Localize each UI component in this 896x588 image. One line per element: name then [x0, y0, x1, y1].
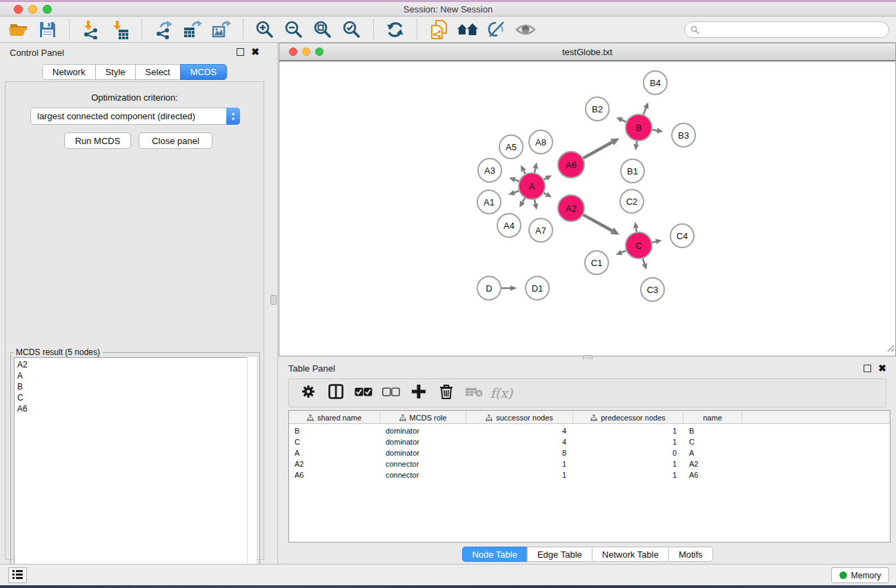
table-row[interactable]: A2connector11A2 [289, 458, 890, 469]
table-settings-button[interactable] [295, 381, 322, 405]
mcds-result-item[interactable]: A [17, 370, 256, 381]
home-panels-button[interactable] [453, 18, 482, 41]
cell-shared-name[interactable]: A6 [295, 469, 303, 480]
zoom-fit-button[interactable] [308, 18, 337, 41]
edge-A-A4[interactable] [523, 198, 525, 202]
cell-MCDS-role[interactable]: dominator [386, 447, 419, 458]
column-header-shared-name[interactable]: shared name [289, 411, 380, 424]
edge-B-B3[interactable] [653, 130, 657, 130]
edge-A-A2[interactable] [544, 193, 546, 194]
cell-predecessor-nodes[interactable]: 1 [673, 458, 677, 469]
cell-MCDS-role[interactable]: connector [386, 469, 419, 480]
mcds-result-item[interactable]: C [17, 392, 256, 403]
column-header-successor-nodes[interactable]: successor nodes [466, 411, 573, 424]
cell-predecessor-nodes[interactable]: 0 [673, 447, 677, 458]
delete-table-button[interactable] [460, 381, 488, 405]
cell-predecessor-nodes[interactable]: 1 [673, 469, 677, 480]
import-network-button[interactable] [77, 18, 106, 41]
cell-MCDS-role[interactable]: connector [386, 458, 419, 469]
tab-network[interactable]: Network [42, 64, 95, 80]
export-network-button[interactable] [149, 18, 178, 41]
mcds-result-item[interactable]: A6 [17, 403, 256, 414]
edge-B-B2[interactable] [622, 120, 626, 122]
column-header-predecessor-nodes[interactable]: predecessor nodes [573, 411, 684, 424]
table-row[interactable]: Cdominator41C [289, 436, 890, 447]
close-panel-icon[interactable]: ✖ [251, 48, 259, 56]
network-graph[interactable]: B4B2BB3A5A8A3A6B1AA1C2A2A4A7CC4C1C3DD1 [279, 61, 895, 356]
edge-C-C1[interactable] [621, 251, 626, 253]
cell-name[interactable]: A6 [689, 469, 698, 480]
splitter-handle[interactable] [270, 295, 277, 305]
mcds-result-list[interactable]: A2ABCA6 [14, 357, 257, 583]
node-table[interactable]: shared nameMCDS rolesuccessor nodesprede… [288, 410, 890, 543]
cell-shared-name[interactable]: A2 [295, 458, 303, 469]
cell-name[interactable]: A [689, 447, 694, 458]
edge-A2-C[interactable] [584, 215, 613, 231]
cell-predecessor-nodes[interactable]: 1 [673, 425, 677, 436]
tab-style[interactable]: Style [95, 64, 135, 80]
add-column-button[interactable] [405, 381, 432, 405]
duplicate-network-button[interactable] [424, 18, 453, 41]
cell-name[interactable]: B [689, 425, 694, 436]
tab-select[interactable]: Select [135, 64, 180, 80]
column-header-name[interactable]: name [684, 411, 742, 424]
criterion-dropdown[interactable]: largest connected component (directed) ▲… [30, 108, 240, 125]
mcds-result-item[interactable]: A2 [17, 359, 256, 370]
export-table-button[interactable] [178, 18, 207, 41]
network-canvas[interactable]: B4B2BB3A5A8A3A6B1AA1C2A2A4A7CC4C1C3DD1 [279, 61, 895, 356]
edge-C-C2[interactable] [636, 228, 637, 232]
cell-successor-nodes[interactable]: 1 [562, 458, 566, 469]
function-builder-button[interactable]: f(x) [488, 381, 515, 405]
tab-network-table[interactable]: Network Table [592, 547, 668, 562]
refresh-layout-button[interactable] [381, 18, 410, 41]
mcds-result-item[interactable]: B [17, 381, 256, 392]
column-header-MCDS-role[interactable]: MCDS role [380, 411, 466, 424]
edge-A-A7[interactable] [535, 200, 535, 204]
cell-predecessor-nodes[interactable]: 1 [673, 436, 677, 447]
import-table-button[interactable] [106, 18, 135, 41]
cell-successor-nodes[interactable]: 1 [562, 469, 566, 480]
edge-C-C4[interactable] [653, 241, 656, 242]
mcds-result-scrollbar[interactable] [247, 357, 257, 583]
zoom-out-button[interactable] [279, 18, 308, 41]
search-field[interactable] [684, 21, 889, 38]
show-hide-graphics-button[interactable] [482, 18, 511, 41]
toggle-birdseye-button[interactable] [511, 18, 540, 41]
cell-MCDS-role[interactable]: dominator [386, 436, 419, 447]
tab-mcds[interactable]: MCDS [180, 64, 227, 80]
close-panel-button[interactable]: Close panel [139, 132, 212, 149]
zoom-selected-button[interactable] [337, 18, 366, 41]
edge-B-B4[interactable] [644, 108, 646, 115]
edge-A6-B[interactable] [584, 142, 613, 158]
run-mcds-button[interactable]: Run MCDS [64, 132, 131, 149]
vertical-splitter[interactable] [269, 43, 279, 564]
edge-A-A3[interactable] [515, 180, 519, 181]
edge-A-A5[interactable] [524, 171, 526, 174]
cell-shared-name[interactable]: A [295, 447, 299, 458]
tab-edge-table[interactable]: Edge Table [527, 547, 592, 562]
edge-A-A1[interactable] [515, 191, 519, 192]
table-row[interactable]: A6connector11A6 [289, 469, 890, 480]
memory-button[interactable]: Memory [831, 567, 889, 583]
edge-C-C3[interactable] [643, 258, 644, 264]
search-input[interactable] [684, 21, 889, 38]
delete-column-button[interactable] [432, 381, 460, 405]
cell-successor-nodes[interactable]: 4 [562, 436, 566, 447]
cell-MCDS-role[interactable]: dominator [386, 425, 419, 436]
resize-grip-icon[interactable] [887, 343, 895, 355]
cell-successor-nodes[interactable]: 4 [562, 425, 566, 436]
cell-name[interactable]: A2 [689, 458, 698, 469]
edge-B-B1[interactable] [637, 141, 637, 145]
save-session-button[interactable] [33, 18, 62, 41]
table-row[interactable]: Adominator80A [289, 447, 890, 458]
float-panel-icon[interactable] [864, 365, 871, 372]
toggle-column-view-button[interactable] [322, 381, 350, 405]
cell-shared-name[interactable]: C [295, 436, 300, 447]
table-row[interactable]: Bdominator41B [289, 425, 890, 436]
close-panel-icon[interactable]: ✖ [878, 365, 886, 372]
open-file-button[interactable] [4, 18, 33, 41]
deselect-all-columns-button[interactable] [377, 381, 405, 405]
export-image-button[interactable] [207, 18, 236, 41]
tab-motifs[interactable]: Motifs [668, 547, 713, 562]
cell-successor-nodes[interactable]: 8 [562, 447, 566, 458]
